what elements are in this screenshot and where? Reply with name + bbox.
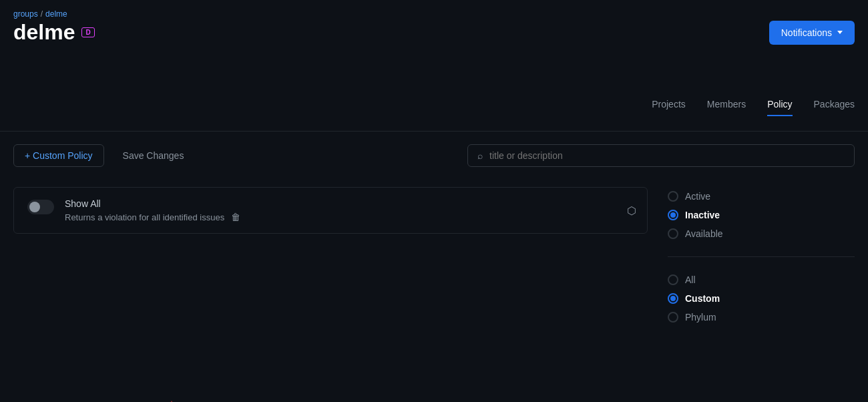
- page-title: delme: [13, 20, 75, 45]
- main-content: Show All Returns a violation for all ide…: [13, 187, 648, 389]
- policy-name: Show All: [65, 198, 634, 209]
- tab-members[interactable]: Members: [707, 99, 746, 116]
- notifications-label: Notifications: [781, 27, 832, 38]
- breadcrumb-groups-link[interactable]: groups: [13, 9, 38, 19]
- radio-label-phylum: Phylum: [685, 312, 716, 323]
- nav-divider: [0, 131, 868, 132]
- radio-custom[interactable]: Custom: [668, 289, 855, 308]
- radio-label-available: Available: [685, 228, 723, 239]
- toggle-thumb: [29, 202, 40, 212]
- tab-projects[interactable]: Projects: [652, 99, 686, 116]
- group-title-area: delme D: [13, 20, 95, 45]
- radio-circle-custom: [668, 293, 678, 304]
- radio-circle-inactive: [668, 210, 678, 220]
- policy-list-item: Show All Returns a violation for all ide…: [13, 187, 648, 234]
- radio-label-active: Active: [685, 191, 710, 202]
- search-box: ⌕: [467, 144, 855, 167]
- tab-packages[interactable]: Packages: [814, 99, 855, 116]
- status-filter-group: Active Inactive Available: [668, 187, 855, 243]
- radio-circle-all: [668, 274, 678, 285]
- type-filter-group: All Custom Phylum: [668, 256, 855, 327]
- breadcrumb-separator: /: [41, 9, 43, 19]
- breadcrumb-current: delme: [45, 9, 67, 19]
- save-changes-button[interactable]: Save Changes: [115, 145, 192, 166]
- radio-label-all: All: [685, 274, 696, 285]
- toggle-track[interactable]: [27, 200, 54, 214]
- radio-label-inactive: Inactive: [685, 210, 720, 220]
- chevron-down-icon: [837, 31, 843, 34]
- page-header: delme D Notifications: [13, 20, 855, 45]
- radio-circle-available: [668, 228, 678, 239]
- policy-description: Returns a violation for all identified i…: [65, 212, 634, 222]
- group-badge: D: [81, 27, 94, 37]
- toolbar: + Custom Policy Save Changes ⌕: [13, 144, 855, 167]
- radio-available[interactable]: Available: [668, 224, 855, 243]
- policy-info: Show All Returns a violation for all ide…: [65, 198, 634, 222]
- nav-tabs: Projects Members Policy Packages: [652, 99, 855, 116]
- radio-inactive[interactable]: Inactive: [668, 206, 855, 224]
- search-icon: ⌕: [477, 150, 483, 161]
- radio-label-custom: Custom: [685, 293, 720, 304]
- notifications-button[interactable]: Notifications: [769, 21, 855, 45]
- radio-phylum[interactable]: Phylum: [668, 308, 855, 327]
- radio-circle-active: [668, 191, 678, 202]
- tab-policy[interactable]: Policy: [767, 99, 792, 116]
- radio-circle-phylum: [668, 312, 678, 323]
- breadcrumb: groups / delme: [13, 9, 67, 19]
- export-icon[interactable]: ⬡: [627, 204, 636, 217]
- policy-toggle[interactable]: [27, 200, 54, 214]
- radio-active[interactable]: Active: [668, 187, 855, 206]
- custom-policy-button[interactable]: + Custom Policy: [13, 144, 104, 167]
- delete-policy-icon[interactable]: 🗑: [231, 212, 240, 222]
- search-input[interactable]: [489, 150, 845, 161]
- radio-all[interactable]: All: [668, 270, 855, 289]
- right-sidebar: Active Inactive Available All Custom Phy…: [668, 187, 855, 389]
